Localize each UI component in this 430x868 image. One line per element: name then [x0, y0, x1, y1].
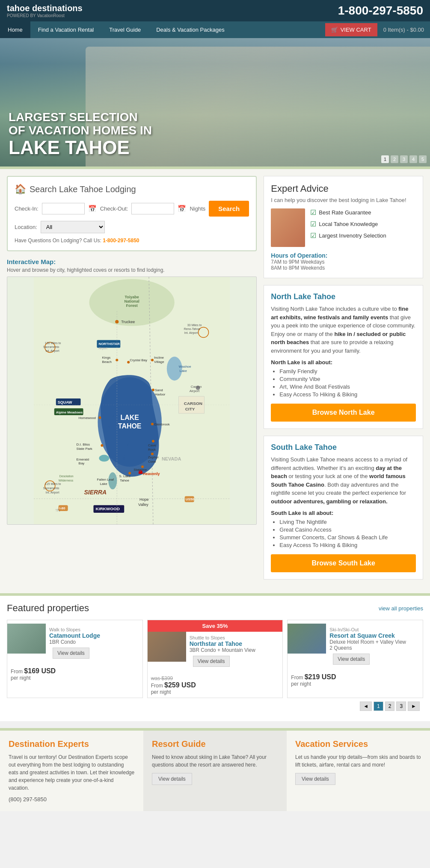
svg-text:Lake: Lake [100, 482, 107, 486]
view-details-btn-1[interactable]: View details [53, 648, 89, 659]
check-3: ☑ Largest Invenotry Selection [310, 232, 386, 240]
checkout-calendar-icon[interactable]: 📅 [178, 205, 186, 213]
svg-text:115 Miles to: 115 Miles to [45, 482, 61, 485]
property-image-1 [7, 624, 46, 654]
svg-text:Heavenly: Heavenly [143, 472, 160, 476]
destination-experts-text: Travel is our territory! Our Destination… [9, 753, 135, 792]
hours-weekdays: 7AM to 9PM Weekdays [271, 259, 416, 265]
nav-deals[interactable]: Deals & Vacation Packages [148, 21, 232, 38]
svg-text:Lake: Lake [180, 369, 187, 373]
page-2[interactable]: 2 [385, 702, 395, 711]
svg-text:Kings: Kings [102, 356, 110, 360]
svg-point-35 [151, 423, 154, 425]
south-lake-list: Living The Nightlife Great Casino Access… [279, 519, 416, 548]
checkmark-icon-1: ☑ [310, 208, 316, 217]
property-type3b: 2 Queens [329, 645, 406, 651]
price-value-3: $219 USD [305, 673, 336, 681]
svg-text:Valley: Valley [138, 502, 148, 507]
featured-title: Featured properties [7, 603, 89, 614]
property-info-3: Ski-In/Ski-Out Resort at Squaw Creek Del… [326, 624, 409, 671]
hero-dot-3[interactable]: 3 [400, 155, 408, 163]
svg-text:Crystal Bay: Crystal Bay [130, 358, 147, 362]
featured-header: Featured properties view all properties [7, 603, 423, 614]
north-lake-about: North Lake is all about: [271, 359, 416, 366]
svg-text:Bay: Bay [79, 461, 85, 465]
search-button[interactable]: Search [209, 201, 249, 217]
property-price-2: was $399 From $259 USD per night [148, 673, 283, 698]
hero-dot-5[interactable]: 5 [419, 155, 427, 163]
svg-text:Truckee: Truckee [121, 320, 135, 324]
resort-guide-view-btn[interactable]: View details [152, 773, 192, 785]
property-tag-2: Shuttle to Slopes [190, 635, 255, 640]
svg-text:S. Lake: S. Lake [119, 474, 131, 478]
south-lake-title: South Lake Tahoe [271, 443, 416, 452]
svg-text:Toiyabe: Toiyabe [125, 295, 139, 299]
svg-text:SQUAW: SQUAW [58, 400, 72, 404]
svg-text:Carson: Carson [191, 385, 202, 389]
right-column: Expert Advice I can help you discover th… [264, 176, 423, 586]
logo-text: tahoe destinations [7, 3, 83, 13]
svg-point-52 [101, 444, 103, 447]
destination-experts-phone: (800) 297-5850 [9, 796, 135, 803]
resort-guide-title: Resort Guide [152, 739, 278, 749]
view-details-btn-2[interactable]: View details [193, 656, 230, 667]
svg-text:Village: Village [154, 360, 164, 364]
hero-dot-4[interactable]: 4 [409, 155, 417, 163]
svg-text:Rock: Rock [148, 448, 156, 452]
property-card-3: Ski-In/Ski-Out Resort at Squaw Creek Del… [287, 620, 423, 698]
hero-dot-1[interactable]: 1 [381, 155, 389, 163]
checkmark-icon-2: ☑ [310, 220, 316, 228]
page-prev[interactable]: ◄ [360, 702, 372, 711]
property-tag-3: Ski-In/Ski-Out [329, 627, 406, 632]
page-3[interactable]: 3 [396, 702, 406, 711]
checkout-input[interactable] [131, 203, 174, 214]
property-type-2: 3BR Condo + Mountain View [190, 647, 255, 653]
browse-south-lake-button[interactable]: Browse South Lake [271, 554, 416, 572]
page-1[interactable]: 1 [374, 702, 383, 711]
hero-dot-2[interactable]: 2 [391, 155, 398, 163]
search-house-icon: 🏠 [15, 184, 26, 195]
check-label-2: Local Tahoe Knowledge [319, 221, 378, 227]
property-image-3 [288, 624, 326, 654]
map-subtitle: Hover and browse by city, highlighted co… [7, 267, 257, 273]
south-lake-about: South Lake is all about: [271, 510, 416, 516]
svg-text:Reno-Tahoe: Reno-Tahoe [184, 327, 200, 330]
location-select[interactable]: All North Lake South Lake [41, 221, 105, 233]
checkin-input[interactable] [42, 203, 85, 214]
svg-text:Incline: Incline [154, 356, 164, 360]
property-name-3: Resort at Squaw Creek [329, 632, 406, 639]
view-details-btn-3[interactable]: View details [333, 654, 370, 665]
south-lake-section: South Lake Tahoe Visiting South Lake Tah… [264, 436, 423, 580]
checkin-label: Check-In: [15, 205, 39, 212]
property-image-2 [148, 632, 186, 662]
bottom-resort-guide: Resort Guide Need to know about skiing i… [143, 731, 287, 811]
property-inner-3: Ski-In/Ski-Out Resort at Squaw Creek Del… [288, 624, 423, 671]
hours-section: Hours of Operation: 7AM to 9PM Weekdays … [271, 252, 416, 271]
svg-text:Cave: Cave [148, 443, 156, 447]
expert-photo [271, 208, 305, 247]
bottom-grid: Destination Experts Travel is our territ… [0, 731, 430, 811]
search-title: 🏠 Search Lake Tahoe Lodging [15, 184, 249, 195]
search-box: 🏠 Search Lake Tahoe Lodging Check-In: 📅 … [7, 176, 257, 251]
svg-text:CITY: CITY [185, 407, 195, 411]
svg-text:Cove: Cove [148, 460, 156, 464]
map-container[interactable]: Toiyabe National Forest CALIFORNIA NEVAD… [7, 276, 257, 525]
page-next[interactable]: ► [408, 702, 420, 711]
svg-text:Wilderness: Wilderness [59, 479, 74, 482]
browse-north-lake-button[interactable]: Browse North Lake [271, 404, 416, 422]
svg-point-50 [98, 416, 101, 419]
svg-text:Washoe: Washoe [179, 365, 192, 369]
nav-travel-guide[interactable]: Travel Guide [101, 21, 148, 38]
vacation-services-view-btn[interactable]: View details [295, 773, 335, 785]
north-lake-item-2: Community Vibe [279, 376, 416, 382]
cart-button[interactable]: 🛒 VIEW CART [325, 23, 377, 36]
location-label: Location: [15, 224, 37, 230]
view-all-link[interactable]: view all properties [379, 605, 423, 612]
nav-home[interactable]: Home [0, 21, 30, 38]
svg-text:NEVADA: NEVADA [162, 456, 181, 461]
nav-vacation-rental[interactable]: Find a Vacation Rental [30, 21, 102, 38]
checkin-calendar-icon[interactable]: 📅 [88, 205, 97, 213]
expert-title: Expert Advice [271, 183, 416, 194]
call-link[interactable]: 1-800-297-5850 [103, 238, 139, 244]
map-title: Interactive Map: [7, 258, 257, 265]
